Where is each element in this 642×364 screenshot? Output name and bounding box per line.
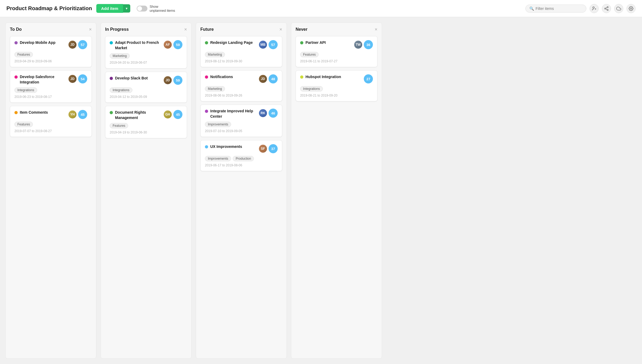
card-dot [110,41,113,44]
card-title: Develop Mobile App [20,40,66,45]
card-date-range: 2019-04-29 to 2019-09-06 [14,59,87,63]
avatar: JD [68,41,77,49]
card-tags: Features [14,122,87,127]
header: Product Roadmap & Prioritization Add ite… [0,0,642,17]
cloud-button[interactable] [614,4,623,13]
settings-button[interactable] [626,4,636,13]
card-dot [14,75,18,79]
card-tags: Integrations [300,86,373,91]
card-header: Redesign Landing PageMB57 [205,40,278,49]
card-dot [14,41,18,44]
card-title: Develop Salesforce Integration [20,74,66,85]
card-header: Develop Slack BotJD59 [110,76,182,85]
column-never: Never×Partner APITW36Features2019-06-11 … [291,22,382,359]
card[interactable]: Document Rights ManagementGH45Features20… [105,106,187,138]
svg-point-5 [607,9,608,11]
card[interactable]: Adapt Product to French MarketAF59Market… [105,36,187,68]
card[interactable]: Redesign Landing PageMB57Marketing2019-0… [200,36,282,67]
card-header: Develop Mobile AppJD57 [14,40,87,49]
card-title: Integrate Improved Help Center [210,109,257,119]
card-right: 27 [364,74,373,83]
column-close-button[interactable]: × [279,27,282,32]
card-tags: Marketing [205,52,278,57]
card[interactable]: Develop Salesforce IntegrationJD54Integr… [10,70,92,103]
card-header: UX ImprovementsSF37 [205,144,278,153]
avatar: GH [164,110,172,118]
svg-line-7 [606,7,607,8]
card-date-range: 2019-04-19 to 2019-06-30 [110,131,182,134]
card[interactable]: NotificationsJD48Marketing2019-08-06 to … [200,70,282,101]
card-header: Integrate Improved Help CenterRK46 [205,109,278,119]
card-date-range: 2019-04-20 to 2019-06-07 [110,61,182,64]
column-close-button[interactable]: × [89,27,92,32]
card-tags: Improvements [205,122,278,127]
card[interactable]: Develop Slack BotJD59Integrations2019-04… [105,72,187,103]
svg-point-0 [593,7,594,8]
svg-point-8 [630,8,632,9]
card-header: Partner APITW36 [300,40,373,49]
score-badge: 54 [78,74,87,83]
search-bar[interactable]: 🔍 [525,5,586,13]
card-date-range: 2019-04-12 to 2019-05-09 [110,95,182,99]
search-input[interactable] [536,6,582,11]
card-dot [205,110,208,113]
card-dot [205,75,208,79]
search-icon: 🔍 [529,6,534,11]
card-right: AF59 [164,40,182,49]
score-badge: 59 [173,40,182,49]
card-date-range: 2019-08-12 to 2019-09-30 [205,59,278,63]
avatar: JD [164,76,172,84]
members-button[interactable] [590,4,599,13]
page-title: Product Roadmap & Prioritization [6,5,92,12]
card-tags: Features [14,52,87,57]
column-header: To Do× [10,27,92,32]
card[interactable]: Item CommentsYH45Features2019-07-07 to 2… [10,106,92,137]
add-item-dropdown-button[interactable]: ▾ [123,4,130,13]
column-header: Future× [200,27,282,32]
score-badge: 46 [269,109,278,118]
tag: Features [14,122,33,127]
card-tags: Features [300,52,373,57]
card[interactable]: Partner APITW36Features2019-06-11 to 201… [296,36,377,67]
card-date-range: 2019-07-10 to 2019-09-05 [205,129,278,133]
card-date-range: 2019-07-07 to 2019-08-27 [14,129,87,133]
card-title: Adapt Product to French Market [115,40,162,51]
card-right: JD59 [164,76,182,85]
card-header: Item CommentsYH45 [14,110,87,119]
card[interactable]: Hubspot Integration27Integrations2019-08… [296,70,377,101]
card[interactable]: Integrate Improved Help CenterRK46Improv… [200,105,282,137]
card-dot [300,41,303,44]
card[interactable]: UX ImprovementsSF37ImprovementsProductio… [200,140,282,171]
column-close-button[interactable]: × [374,27,377,32]
card-right: JD48 [259,74,278,83]
card-dot [300,75,303,79]
card-right: YH45 [68,110,87,119]
unplanned-toggle[interactable] [137,6,147,12]
add-item-button[interactable]: Add item [96,4,123,13]
score-badge: 36 [364,40,373,49]
card-title: Hubspot Integration [305,74,362,80]
card-right: MB57 [259,40,278,49]
avatar: AF [164,41,172,49]
card-date-range: 2019-06-17 to 2019-08-06 [205,163,278,167]
card[interactable]: Develop Mobile AppJD57Features2019-04-29… [10,36,92,67]
tag: Production [233,156,254,161]
score-badge: 45 [173,110,182,119]
share-button[interactable] [602,4,611,13]
card-header: Document Rights ManagementGH45 [110,110,182,120]
card-dot [110,77,113,80]
card-title: Develop Slack Bot [115,76,162,81]
card-right: RK46 [259,109,278,118]
kanban-board: To Do×Develop Mobile AppJD57Features2019… [0,17,642,364]
card-header: Hubspot Integration27 [300,74,373,83]
column-close-button[interactable]: × [184,27,187,32]
header-actions: 🔍 [525,4,636,13]
card-tags: Integrations [110,87,182,93]
score-badge: 45 [78,110,87,119]
card-header: Develop Salesforce IntegrationJD54 [14,74,87,85]
card-right: JD57 [68,40,87,49]
tag: Integrations [14,87,37,93]
person-add-icon [592,6,597,11]
svg-point-3 [607,6,608,8]
tag: Marketing [110,53,130,59]
